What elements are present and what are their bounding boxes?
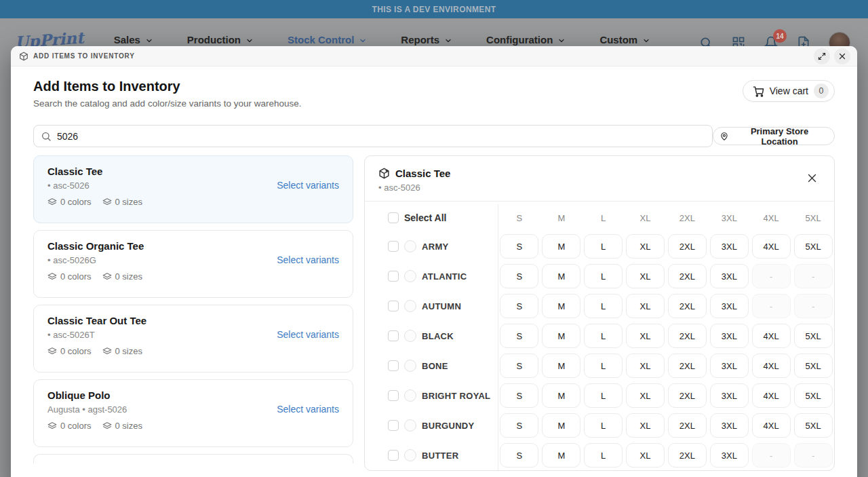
- size-option-button[interactable]: M: [542, 264, 580, 288]
- size-option-button[interactable]: 3XL: [710, 443, 749, 468]
- size-option-button[interactable]: XL: [626, 354, 665, 378]
- size-option-button[interactable]: S: [500, 264, 538, 288]
- product-card[interactable]: Classic Tear Out Tee • asc-5026T Select …: [33, 305, 353, 373]
- size-option-button[interactable]: L: [584, 354, 623, 378]
- size-option-button[interactable]: 3XL: [710, 413, 749, 438]
- size-option-button[interactable]: M: [542, 234, 580, 259]
- select-variants-link[interactable]: Select variants: [277, 254, 339, 265]
- product-card[interactable]: Oblique Polo Augusta • agst-5026 Select …: [33, 379, 353, 447]
- color-checkbox[interactable]: [388, 450, 399, 461]
- chevron-down-icon: [145, 37, 153, 45]
- size-option-button[interactable]: 3XL: [710, 264, 749, 288]
- size-option-button[interactable]: 3XL: [710, 324, 749, 348]
- product-card-partial[interactable]: [33, 454, 353, 463]
- color-checkbox[interactable]: [388, 301, 399, 311]
- color-swatch: [404, 330, 416, 342]
- size-option-button[interactable]: 4XL: [752, 383, 791, 408]
- size-option-button[interactable]: 2XL: [668, 354, 707, 378]
- chevron-down-icon: [359, 37, 367, 45]
- color-checkbox[interactable]: [388, 420, 399, 431]
- expand-icon[interactable]: [814, 48, 830, 64]
- size-option-button[interactable]: M: [542, 443, 580, 468]
- size-option-button[interactable]: M: [542, 324, 580, 348]
- select-variants-link[interactable]: Select variants: [277, 180, 339, 191]
- nav-item-sales[interactable]: Sales: [114, 34, 153, 45]
- size-option-button[interactable]: XL: [626, 443, 665, 468]
- color-checkbox[interactable]: [388, 390, 399, 401]
- product-code: • asc-5026T: [47, 330, 95, 340]
- chevron-down-icon: [642, 37, 650, 45]
- product-name: Classic Organic Tee: [47, 240, 339, 252]
- size-option-button[interactable]: 2XL: [668, 324, 707, 348]
- size-option-button[interactable]: M: [542, 413, 580, 438]
- view-cart-button[interactable]: View cart 0: [743, 80, 835, 102]
- size-option-button[interactable]: S: [500, 234, 538, 259]
- product-card[interactable]: Classic Organic Tee • asc-5026G Select v…: [33, 230, 353, 298]
- size-option-button[interactable]: XL: [626, 234, 665, 259]
- color-checkbox[interactable]: [388, 360, 399, 371]
- nav-item-configuration[interactable]: Configuration: [486, 34, 566, 45]
- nav-item-production[interactable]: Production: [187, 34, 254, 45]
- select-all-checkbox[interactable]: [388, 212, 399, 223]
- size-option-button[interactable]: M: [542, 294, 580, 318]
- size-option-button[interactable]: 3XL: [710, 234, 749, 259]
- size-option-button[interactable]: XL: [626, 294, 665, 318]
- size-option-button[interactable]: L: [584, 443, 623, 468]
- select-variants-link[interactable]: Select variants: [277, 329, 339, 340]
- color-checkbox[interactable]: [388, 330, 399, 341]
- size-option-button[interactable]: S: [500, 324, 538, 348]
- color-variant-row: BRIGHT ROYAL SMLXL2XL3XL4XL5XL: [365, 381, 834, 411]
- size-option-button[interactable]: 3XL: [710, 383, 749, 408]
- catalog-search-input[interactable]: [57, 131, 705, 142]
- size-option-button[interactable]: 5XL: [794, 413, 833, 438]
- size-option-button[interactable]: XL: [626, 383, 665, 408]
- select-variants-link[interactable]: Select variants: [277, 404, 339, 415]
- size-option-button[interactable]: XL: [626, 264, 665, 288]
- store-location-button[interactable]: Primary Store Location: [713, 127, 835, 145]
- size-option-button[interactable]: 4XL: [752, 234, 791, 259]
- size-option-button[interactable]: 5XL: [794, 234, 833, 259]
- color-name: ARMY: [422, 242, 448, 252]
- nav-item-stock-control[interactable]: Stock Control: [288, 34, 367, 45]
- size-option-button[interactable]: L: [584, 383, 623, 408]
- size-option-button[interactable]: 5XL: [794, 324, 833, 348]
- size-option-button[interactable]: 3XL: [710, 354, 749, 378]
- nav-item-reports[interactable]: Reports: [401, 34, 452, 45]
- size-option-button[interactable]: S: [500, 294, 538, 318]
- color-variant-row: AUTUMN SMLXL2XL3XL--: [365, 291, 834, 321]
- size-option-button[interactable]: 5XL: [794, 354, 833, 378]
- color-checkbox[interactable]: [388, 271, 399, 282]
- size-option-button[interactable]: 2XL: [668, 264, 707, 288]
- size-option-button[interactable]: L: [584, 294, 623, 318]
- size-option-button[interactable]: S: [500, 413, 538, 438]
- size-option-button[interactable]: M: [542, 383, 580, 408]
- size-option-button[interactable]: XL: [626, 324, 665, 348]
- size-option-button[interactable]: S: [500, 383, 538, 408]
- size-option-button[interactable]: 4XL: [752, 324, 791, 348]
- size-option-button[interactable]: M: [542, 354, 580, 378]
- size-option-button[interactable]: 4XL: [752, 354, 791, 378]
- layers-icon: [102, 421, 112, 431]
- close-detail-icon[interactable]: [806, 172, 818, 186]
- size-option-button[interactable]: 2XL: [668, 234, 707, 259]
- color-checkbox[interactable]: [388, 241, 399, 252]
- size-option-button[interactable]: 5XL: [794, 383, 833, 408]
- size-option-button[interactable]: L: [584, 413, 623, 438]
- close-icon[interactable]: [834, 48, 850, 64]
- size-option-button[interactable]: 2XL: [668, 294, 707, 318]
- size-option-button[interactable]: L: [584, 234, 623, 259]
- size-option-button[interactable]: S: [500, 443, 538, 468]
- product-name: Classic Tear Out Tee: [47, 315, 339, 326]
- size-option-button[interactable]: 2XL: [668, 383, 707, 408]
- size-option-button[interactable]: S: [500, 354, 538, 378]
- nav-item-custom[interactable]: Custom: [599, 34, 650, 45]
- size-option-button[interactable]: L: [584, 264, 623, 288]
- catalog-search-box: [33, 125, 713, 147]
- product-card[interactable]: Classic Tee • asc-5026 Select variants 0…: [33, 155, 353, 223]
- size-option-button[interactable]: 4XL: [752, 413, 791, 438]
- size-option-button[interactable]: 3XL: [710, 294, 749, 318]
- size-option-button[interactable]: XL: [626, 413, 665, 438]
- size-option-button[interactable]: 2XL: [668, 443, 707, 468]
- size-option-button[interactable]: L: [584, 324, 623, 348]
- size-option-button[interactable]: 2XL: [668, 413, 707, 438]
